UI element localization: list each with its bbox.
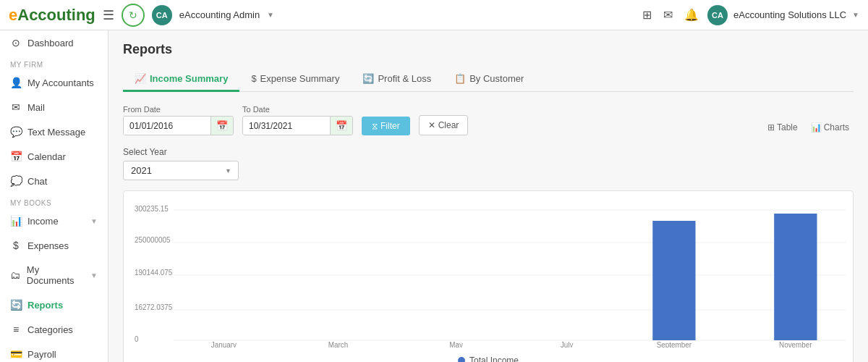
svg-text:January: January — [211, 341, 237, 348]
svg-text:250000005: 250000005 — [135, 236, 171, 244]
sidebar-item-categories[interactable]: ≡ Categories — [0, 317, 108, 342]
to-date-input[interactable] — [243, 117, 330, 135]
hamburger-icon[interactable]: ☰ — [103, 7, 114, 23]
sidebar-item-income[interactable]: 📊 Income ▼ — [0, 209, 108, 233]
my-documents-icon: 🗂 — [10, 269, 21, 281]
mail-sidebar-icon: ✉ — [10, 101, 22, 113]
clear-button[interactable]: ✕ Clear — [419, 115, 469, 135]
from-date-field: From Date 📅 — [123, 105, 234, 135]
charts-view-button[interactable]: 📊 Charts — [807, 119, 854, 135]
sidebar-item-payroll[interactable]: 💳 Payroll — [0, 342, 108, 362]
filters-row: From Date 📅 To Date 📅 ⧖ Filter ✕ Clear — [123, 105, 854, 135]
view-buttons: ⊞ Table 📊 Charts — [763, 119, 854, 135]
income-chart: 300235.15 250000005 190144.075 16272.037… — [131, 203, 846, 348]
apps-icon[interactable]: ⊞ — [639, 5, 655, 25]
year-select-wrap: Select Year 2018 2019 2020 2021 2022 — [123, 147, 854, 180]
sidebar-item-my-documents[interactable]: 🗂 My Documents ▼ — [0, 258, 108, 292]
sidebar-item-label: Reports — [27, 300, 63, 311]
dashboard-icon: ⊙ — [10, 37, 22, 49]
sidebar-item-reports[interactable]: 🔄 Reports — [0, 292, 108, 317]
sidebar-item-chat[interactable]: 💭 Chat — [0, 169, 108, 193]
from-date-input-wrap: 📅 — [123, 116, 234, 135]
sidebar-item-expenses[interactable]: $ Expenses — [0, 233, 108, 258]
calendar-icon: 📅 — [10, 151, 22, 162]
income-expand-icon: ▼ — [90, 217, 98, 225]
reports-icon: 🔄 — [10, 299, 22, 311]
my-books-label: MY BOOKS — [0, 193, 108, 209]
tabs-bar: 📈 Income Summary $ Expense Summary 🔄 Pro… — [123, 67, 854, 92]
tab-label: Income Summary — [150, 73, 228, 84]
svg-text:May: May — [449, 341, 463, 348]
mail-icon[interactable]: ✉ — [660, 5, 676, 25]
sidebar-item-label: Expenses — [27, 240, 69, 251]
main-layout: ⊙ Dashboard MY FIRM 👤 My Accountants ✉ M… — [0, 30, 868, 362]
payroll-icon: 💳 — [10, 348, 22, 360]
my-accountants-icon: 👤 — [10, 77, 22, 88]
table-icon: ⊞ — [767, 122, 775, 132]
sidebar-item-dashboard[interactable]: ⊙ Dashboard — [0, 30, 108, 55]
header-left: eAccouting ☰ ↻ CA eAccounting Admin ▼ — [9, 4, 274, 27]
sidebar: ⊙ Dashboard MY FIRM 👤 My Accountants ✉ M… — [0, 30, 109, 362]
svg-text:0: 0 — [135, 335, 139, 343]
sidebar-item-label: My Accountants — [27, 77, 94, 88]
income-icon: 📊 — [10, 215, 22, 227]
bar-september — [652, 221, 695, 340]
expenses-icon: $ — [10, 240, 22, 251]
bell-icon[interactable]: 🔔 — [681, 5, 702, 25]
to-date-calendar-button[interactable]: 📅 — [330, 117, 352, 135]
tab-income-summary[interactable]: 📈 Income Summary — [123, 67, 239, 92]
svg-text:March: March — [328, 341, 348, 348]
sidebar-item-calendar[interactable]: 📅 Calendar — [0, 144, 108, 169]
content-area: Reports 📈 Income Summary $ Expense Summa… — [109, 30, 868, 362]
page-title: Reports — [123, 42, 854, 57]
tab-label: By Customer — [469, 73, 524, 84]
to-date-input-wrap: 📅 — [242, 116, 353, 135]
solutions-label: eAccounting Solutions LLC — [733, 9, 846, 20]
from-date-input[interactable] — [124, 117, 210, 135]
sidebar-item-label: Calendar — [27, 151, 66, 162]
year-select[interactable]: 2018 2019 2020 2021 2022 — [123, 161, 239, 180]
admin-label: eAccounting Admin — [179, 9, 260, 20]
tab-by-customer[interactable]: 📋 By Customer — [443, 67, 535, 92]
table-view-button[interactable]: ⊞ Table — [763, 119, 802, 135]
filter-button[interactable]: ⧖ Filter — [362, 117, 410, 135]
sidebar-item-text-message[interactable]: 💬 Text Message — [0, 119, 108, 144]
tab-profit-loss[interactable]: 🔄 Profit & Loss — [351, 67, 443, 92]
tab-label: Profit & Loss — [378, 73, 431, 84]
legend-label: Total Income — [469, 355, 519, 362]
filter-icon: ⧖ — [372, 121, 378, 131]
income-summary-tab-icon: 📈 — [135, 73, 146, 84]
sidebar-item-label: Income — [27, 216, 59, 227]
admin-chevron-icon[interactable]: ▼ — [267, 11, 274, 19]
sidebar-item-label: Dashboard — [27, 38, 74, 49]
admin-avatar: CA — [152, 5, 172, 25]
profit-loss-tab-icon: 🔄 — [362, 73, 374, 84]
svg-text:September: September — [657, 341, 692, 348]
logo: eAccouting — [9, 6, 95, 25]
charts-icon: 📊 — [811, 122, 822, 132]
sidebar-item-label: My Documents — [27, 264, 85, 286]
sidebar-item-label: Chat — [27, 176, 47, 187]
bar-november — [774, 214, 817, 340]
clear-icon: ✕ — [428, 120, 435, 130]
solutions-chevron-icon[interactable]: ▼ — [852, 11, 859, 19]
chart-area: 300235.15 250000005 190144.075 16272.037… — [123, 190, 854, 362]
categories-icon: ≡ — [10, 324, 22, 335]
expense-summary-tab-icon: $ — [251, 73, 256, 84]
svg-text:300235.15: 300235.15 — [135, 205, 169, 213]
tab-expense-summary[interactable]: $ Expense Summary — [239, 67, 351, 92]
sidebar-item-label: Payroll — [27, 349, 56, 360]
top-header: eAccouting ☰ ↻ CA eAccounting Admin ▼ ⊞ … — [0, 0, 868, 30]
solutions-avatar: CA — [707, 5, 728, 25]
from-date-calendar-button[interactable]: 📅 — [210, 117, 233, 135]
sidebar-item-label: Text Message — [27, 127, 85, 138]
year-select-label: Select Year — [123, 147, 854, 157]
sidebar-item-my-accountants[interactable]: 👤 My Accountants — [0, 70, 108, 95]
from-date-label: From Date — [123, 105, 234, 114]
refresh-icon[interactable]: ↻ — [122, 4, 145, 27]
svg-text:November: November — [779, 341, 812, 348]
sidebar-item-mail[interactable]: ✉ Mail — [0, 95, 108, 119]
to-date-field: To Date 📅 — [242, 105, 353, 135]
sidebar-item-label: Categories — [27, 324, 73, 335]
tab-label: Expense Summary — [260, 73, 340, 84]
